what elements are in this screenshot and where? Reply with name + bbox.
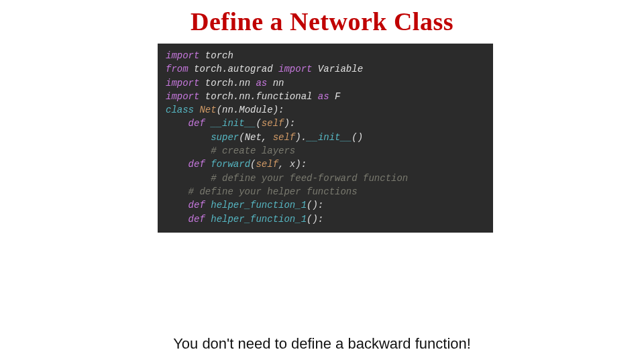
keyword-import: import (278, 64, 312, 74)
keyword-def: def (189, 200, 205, 210)
keyword-as: as (318, 91, 329, 102)
code-line: class Net(nn.Module): (166, 103, 485, 117)
indent (166, 173, 211, 184)
code-line: # define your helper functions (166, 185, 485, 198)
code-token (205, 200, 211, 210)
code-token (205, 118, 211, 129)
code-token (205, 159, 211, 170)
code-line: def helper_function_1(): (166, 198, 485, 212)
code-line: super(Net, self).__init__() (166, 131, 485, 144)
code-token: ( (217, 105, 222, 115)
code-line: # define your feed-forward function (166, 172, 485, 185)
code-token: Variable (312, 64, 363, 74)
keyword-def: def (189, 118, 205, 129)
keyword-import: import (166, 78, 199, 88)
code-token: torch.nn.functional (199, 91, 317, 102)
code-token: ( (256, 118, 261, 129)
indent (166, 214, 189, 225)
code-line: import torch.nn as nn (166, 76, 485, 90)
code-token: torch.nn (199, 78, 256, 88)
code-token (205, 214, 211, 225)
keyword-from: from (166, 64, 189, 74)
code-token: torch (199, 50, 233, 61)
code-token: nn (267, 78, 284, 88)
self-param: self (262, 118, 284, 129)
keyword-as: as (256, 78, 267, 88)
func-name: __init__ (307, 132, 352, 143)
code-line: def __init__(self): (166, 117, 485, 130)
self-param: self (273, 132, 296, 143)
builtin: super (211, 132, 239, 143)
code-token: ): (295, 159, 307, 170)
comment: # define your helper functions (189, 186, 358, 197)
code-token: ): (284, 118, 295, 129)
class-name: Net (199, 105, 216, 115)
code-token: ): (273, 105, 284, 115)
indent (166, 186, 189, 197)
slide: Define a Network Class import torch from… (0, 0, 644, 362)
code-token: F (329, 91, 341, 102)
code-line: from torch.autograd import Variable (166, 62, 485, 76)
indent (166, 200, 189, 210)
code-token: (): (307, 214, 323, 225)
func-name: forward (211, 159, 250, 170)
code-line: import torch.nn.functional as F (166, 90, 485, 103)
code-line: def forward(self, x): (166, 158, 485, 171)
code-token: torch.autograd (189, 64, 278, 74)
keyword-import: import (166, 50, 199, 61)
code-token: () (352, 132, 363, 143)
arg: , x (278, 159, 295, 170)
keyword-import: import (166, 91, 199, 102)
indent (166, 145, 211, 156)
caption: You don't need to define a backward func… (0, 335, 644, 353)
self-param: self (256, 159, 278, 170)
code-line: # create layers (166, 144, 485, 158)
page-title: Define a Network Class (0, 0, 644, 36)
func-name: helper_function_1 (211, 214, 307, 225)
func-name: __init__ (211, 118, 256, 129)
code-token: ). (295, 132, 307, 143)
indent (166, 118, 189, 129)
code-line: def helper_function_1(): (166, 213, 485, 226)
func-name: helper_function_1 (211, 200, 307, 210)
code-line: import torch (166, 49, 485, 62)
code-token: (Net, (239, 132, 272, 143)
indent (166, 159, 189, 170)
keyword-def: def (189, 214, 205, 225)
code-token: (): (307, 200, 323, 210)
keyword-def: def (189, 159, 205, 170)
indent (166, 132, 211, 143)
keyword-class: class (166, 105, 194, 115)
comment: # create layers (211, 145, 295, 156)
code-token: nn.Module (222, 105, 273, 115)
code-block: import torch from torch.autograd import … (158, 44, 493, 233)
comment: # define your feed-forward function (211, 173, 408, 184)
